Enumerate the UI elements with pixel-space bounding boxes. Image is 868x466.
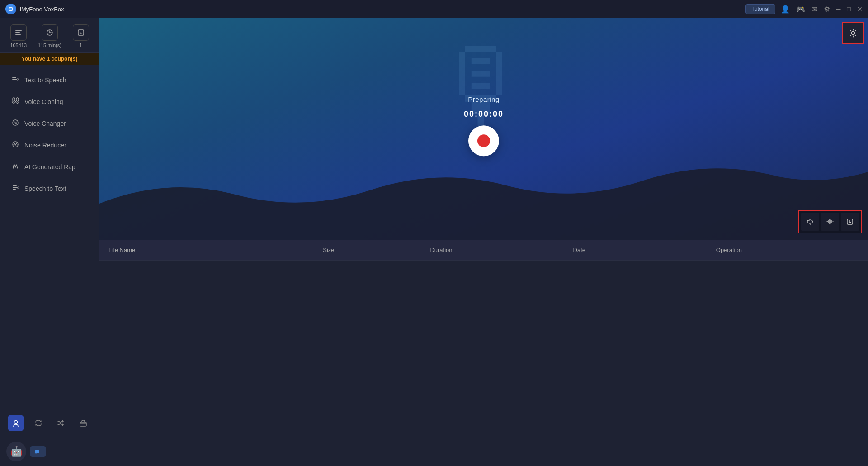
minimize-button[interactable]: ─ <box>836 5 841 13</box>
col-size: Size <box>323 247 430 253</box>
voice-clone-icon <box>11 97 20 107</box>
coupon-banner: You have 1 coupon(s) <box>0 53 99 65</box>
svg-rect-13 <box>13 98 15 101</box>
ai-rap-icon <box>11 162 20 172</box>
sidebar-item-voice-cloning[interactable]: Voice Cloning <box>3 91 96 112</box>
titlebar: iMyFone VoxBox Tutorial 👤 🎮 ✉ ⚙ ─ □ ✕ <box>0 0 868 18</box>
app-title: iMyFone VoxBox <box>20 6 745 13</box>
titlebar-action-icons: 👤 🎮 ✉ ⚙ <box>781 5 830 14</box>
minutes-icon <box>42 24 58 41</box>
record-button[interactable] <box>468 125 499 156</box>
sidebar-item-voice-changer[interactable]: Voice Changer <box>3 113 96 134</box>
close-button[interactable]: ✕ <box>857 5 863 13</box>
recording-status: Preparing <box>468 95 500 103</box>
tts-label: Text to Speech <box>24 76 66 84</box>
sidebar-stats: 105413 115 min(s) 1 <box>0 18 99 53</box>
noise-reducer-icon <box>11 140 20 150</box>
svg-point-27 <box>852 32 855 35</box>
maximize-button[interactable]: □ <box>847 5 851 13</box>
svg-marker-26 <box>35 453 37 454</box>
recording-panel: 🎙 Preparing 00:00:00 <box>99 18 868 240</box>
sidebar-item-ai-rap[interactable]: AI Generated Rap <box>3 157 96 177</box>
main-layout: 105413 115 min(s) 1 <box>0 18 868 466</box>
stat-minutes: 115 min(s) <box>38 24 61 48</box>
tab-briefcase[interactable] <box>75 415 91 431</box>
col-filename: File Name <box>108 247 323 253</box>
stat-count: 1 1 <box>73 24 89 48</box>
panel-settings-button[interactable] <box>842 22 864 44</box>
svg-rect-4 <box>15 34 21 35</box>
audio-toolbar <box>798 210 862 233</box>
svg-text:1: 1 <box>80 31 82 35</box>
window-controls: ─ □ ✕ <box>836 5 863 13</box>
svg-point-22 <box>14 421 17 424</box>
profile-icon[interactable]: 👤 <box>781 5 790 14</box>
svg-rect-10 <box>12 77 16 78</box>
sidebar-nav: Text to Speech Voice Cloning <box>0 65 99 409</box>
tab-loop[interactable] <box>30 415 47 431</box>
col-operation: Operation <box>716 247 859 253</box>
sidebar-item-speech-to-text[interactable]: Speech to Text <box>3 178 96 199</box>
stat-characters-value: 105413 <box>10 43 27 48</box>
waveform-button[interactable] <box>821 213 839 231</box>
svg-rect-12 <box>12 81 15 81</box>
sidebar: 105413 115 min(s) 1 <box>0 18 99 466</box>
sidebar-item-noise-reducer[interactable]: Noise Reducer <box>3 135 96 156</box>
col-date: Date <box>573 247 716 253</box>
svg-rect-21 <box>13 189 16 190</box>
chat-bubble <box>30 446 46 457</box>
volume-button[interactable] <box>801 213 819 231</box>
stt-icon <box>11 184 20 194</box>
sidebar-bottom-tabs <box>0 409 99 437</box>
svg-rect-3 <box>15 32 20 33</box>
file-table-area: File Name Size Duration Date Operation <box>99 240 868 466</box>
recording-center: Preparing 00:00:00 <box>464 95 504 156</box>
svg-point-1 <box>9 8 12 10</box>
noise-reducer-label: Noise Reducer <box>24 142 66 149</box>
stat-characters: 105413 <box>10 24 27 48</box>
col-duration: Duration <box>430 247 573 253</box>
stt-label: Speech to Text <box>24 185 66 192</box>
settings-global-icon[interactable]: ⚙ <box>824 5 830 14</box>
voice-cloning-label: Voice Cloning <box>24 98 63 105</box>
mail-icon[interactable]: ✉ <box>811 5 817 14</box>
app-logo <box>5 4 16 14</box>
voice-changer-icon <box>11 119 20 128</box>
tab-shuffle[interactable] <box>52 415 69 431</box>
bot-avatar: 🤖 <box>6 442 26 461</box>
table-body <box>99 261 868 466</box>
table-header: File Name Size Duration Date Operation <box>99 240 868 261</box>
svg-rect-19 <box>13 185 17 186</box>
record-dot <box>477 134 490 147</box>
count-icon: 1 <box>73 24 89 41</box>
stat-minutes-value: 115 min(s) <box>38 43 61 48</box>
ai-rap-label: AI Generated Rap <box>24 163 75 171</box>
svg-marker-28 <box>807 219 811 225</box>
svg-rect-25 <box>35 450 39 453</box>
svg-rect-15 <box>16 98 19 101</box>
voice-changer-label: Voice Changer <box>24 120 66 127</box>
wave-decoration <box>99 149 868 240</box>
svg-rect-2 <box>15 30 22 31</box>
tutorial-button[interactable]: Tutorial <box>745 4 775 14</box>
sidebar-item-text-to-speech[interactable]: Text to Speech <box>3 70 96 90</box>
svg-rect-20 <box>13 187 18 188</box>
export-button[interactable] <box>841 213 859 231</box>
sidebar-bot: 🤖 <box>0 437 99 466</box>
recording-timer: 00:00:00 <box>464 109 504 119</box>
tts-icon <box>11 75 20 85</box>
tab-record[interactable] <box>8 415 24 431</box>
controller-icon[interactable]: 🎮 <box>796 5 805 14</box>
characters-icon <box>10 24 27 41</box>
svg-rect-11 <box>12 79 17 80</box>
stat-count-value: 1 <box>80 43 82 48</box>
content-area: 🎙 Preparing 00:00:00 <box>99 18 868 466</box>
